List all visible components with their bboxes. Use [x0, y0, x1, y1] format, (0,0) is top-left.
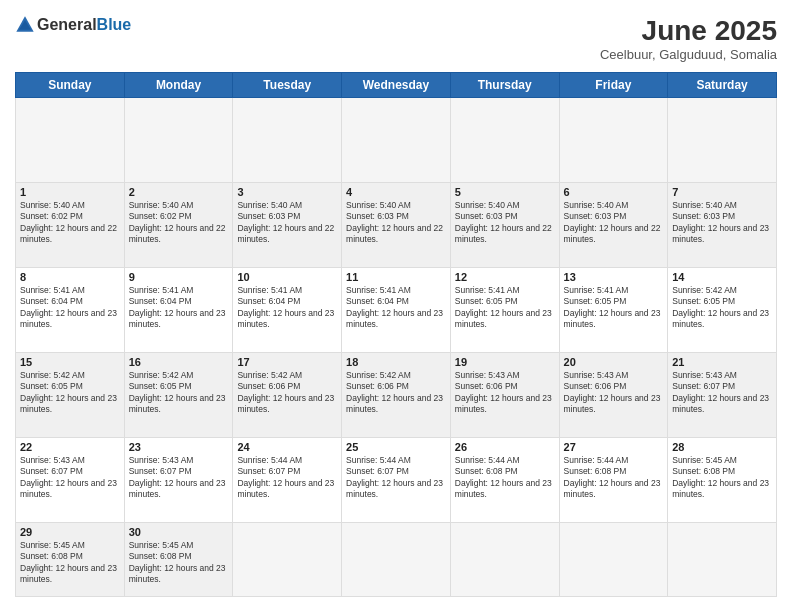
day-info: Sunrise: 5:41 AM Sunset: 6:04 PM Dayligh… — [20, 285, 120, 331]
day-number: 17 — [237, 356, 337, 368]
table-row: 4Sunrise: 5:40 AM Sunset: 6:03 PM Daylig… — [342, 182, 451, 267]
day-info: Sunrise: 5:40 AM Sunset: 6:03 PM Dayligh… — [564, 200, 664, 246]
table-row — [559, 522, 668, 596]
table-row: 11Sunrise: 5:41 AM Sunset: 6:04 PM Dayli… — [342, 267, 451, 352]
day-info: Sunrise: 5:42 AM Sunset: 6:05 PM Dayligh… — [672, 285, 772, 331]
day-info: Sunrise: 5:40 AM Sunset: 6:03 PM Dayligh… — [672, 200, 772, 246]
table-row: 16Sunrise: 5:42 AM Sunset: 6:05 PM Dayli… — [124, 352, 233, 437]
day-number: 27 — [564, 441, 664, 453]
table-row: 2Sunrise: 5:40 AM Sunset: 6:02 PM Daylig… — [124, 182, 233, 267]
day-info: Sunrise: 5:40 AM Sunset: 6:03 PM Dayligh… — [455, 200, 555, 246]
table-row: 7Sunrise: 5:40 AM Sunset: 6:03 PM Daylig… — [668, 182, 777, 267]
calendar-row: 1Sunrise: 5:40 AM Sunset: 6:02 PM Daylig… — [16, 182, 777, 267]
day-number: 25 — [346, 441, 446, 453]
calendar-row: 22Sunrise: 5:43 AM Sunset: 6:07 PM Dayli… — [16, 437, 777, 522]
day-info: Sunrise: 5:45 AM Sunset: 6:08 PM Dayligh… — [129, 540, 229, 586]
table-row: 22Sunrise: 5:43 AM Sunset: 6:07 PM Dayli… — [16, 437, 125, 522]
table-row — [342, 98, 451, 183]
table-row: 9Sunrise: 5:41 AM Sunset: 6:04 PM Daylig… — [124, 267, 233, 352]
day-info: Sunrise: 5:40 AM Sunset: 6:03 PM Dayligh… — [237, 200, 337, 246]
table-row: 13Sunrise: 5:41 AM Sunset: 6:05 PM Dayli… — [559, 267, 668, 352]
col-friday: Friday — [559, 73, 668, 98]
day-info: Sunrise: 5:45 AM Sunset: 6:08 PM Dayligh… — [672, 455, 772, 501]
day-number: 18 — [346, 356, 446, 368]
table-row — [124, 98, 233, 183]
day-info: Sunrise: 5:45 AM Sunset: 6:08 PM Dayligh… — [20, 540, 120, 586]
title-block: June 2025 Ceelbuur, Galguduud, Somalia — [600, 15, 777, 62]
day-number: 11 — [346, 271, 446, 283]
table-row — [233, 98, 342, 183]
table-row — [559, 98, 668, 183]
col-monday: Monday — [124, 73, 233, 98]
day-number: 16 — [129, 356, 229, 368]
table-row: 21Sunrise: 5:43 AM Sunset: 6:07 PM Dayli… — [668, 352, 777, 437]
table-row: 28Sunrise: 5:45 AM Sunset: 6:08 PM Dayli… — [668, 437, 777, 522]
month-year: June 2025 — [600, 15, 777, 47]
day-number: 4 — [346, 186, 446, 198]
table-row: 24Sunrise: 5:44 AM Sunset: 6:07 PM Dayli… — [233, 437, 342, 522]
day-info: Sunrise: 5:43 AM Sunset: 6:07 PM Dayligh… — [129, 455, 229, 501]
day-info: Sunrise: 5:42 AM Sunset: 6:05 PM Dayligh… — [20, 370, 120, 416]
table-row: 14Sunrise: 5:42 AM Sunset: 6:05 PM Dayli… — [668, 267, 777, 352]
table-row: 25Sunrise: 5:44 AM Sunset: 6:07 PM Dayli… — [342, 437, 451, 522]
col-tuesday: Tuesday — [233, 73, 342, 98]
day-number: 5 — [455, 186, 555, 198]
day-number: 10 — [237, 271, 337, 283]
calendar-row: 15Sunrise: 5:42 AM Sunset: 6:05 PM Dayli… — [16, 352, 777, 437]
logo-icon — [15, 15, 35, 35]
logo-blue: Blue — [97, 16, 132, 33]
day-info: Sunrise: 5:44 AM Sunset: 6:07 PM Dayligh… — [237, 455, 337, 501]
table-row: 17Sunrise: 5:42 AM Sunset: 6:06 PM Dayli… — [233, 352, 342, 437]
col-saturday: Saturday — [668, 73, 777, 98]
day-info: Sunrise: 5:43 AM Sunset: 6:07 PM Dayligh… — [20, 455, 120, 501]
day-info: Sunrise: 5:44 AM Sunset: 6:08 PM Dayligh… — [564, 455, 664, 501]
day-info: Sunrise: 5:41 AM Sunset: 6:04 PM Dayligh… — [346, 285, 446, 331]
table-row: 12Sunrise: 5:41 AM Sunset: 6:05 PM Dayli… — [450, 267, 559, 352]
day-number: 26 — [455, 441, 555, 453]
day-info: Sunrise: 5:43 AM Sunset: 6:06 PM Dayligh… — [564, 370, 664, 416]
day-info: Sunrise: 5:40 AM Sunset: 6:02 PM Dayligh… — [20, 200, 120, 246]
calendar-row: 29Sunrise: 5:45 AM Sunset: 6:08 PM Dayli… — [16, 522, 777, 596]
day-info: Sunrise: 5:40 AM Sunset: 6:02 PM Dayligh… — [129, 200, 229, 246]
table-row — [342, 522, 451, 596]
table-row — [233, 522, 342, 596]
calendar-header-row: Sunday Monday Tuesday Wednesday Thursday… — [16, 73, 777, 98]
table-row — [668, 98, 777, 183]
calendar-row — [16, 98, 777, 183]
day-number: 28 — [672, 441, 772, 453]
table-row: 1Sunrise: 5:40 AM Sunset: 6:02 PM Daylig… — [16, 182, 125, 267]
table-row: 30Sunrise: 5:45 AM Sunset: 6:08 PM Dayli… — [124, 522, 233, 596]
day-number: 24 — [237, 441, 337, 453]
location: Ceelbuur, Galguduud, Somalia — [600, 47, 777, 62]
col-thursday: Thursday — [450, 73, 559, 98]
day-number: 9 — [129, 271, 229, 283]
table-row: 8Sunrise: 5:41 AM Sunset: 6:04 PM Daylig… — [16, 267, 125, 352]
day-info: Sunrise: 5:44 AM Sunset: 6:07 PM Dayligh… — [346, 455, 446, 501]
day-info: Sunrise: 5:42 AM Sunset: 6:06 PM Dayligh… — [237, 370, 337, 416]
table-row: 6Sunrise: 5:40 AM Sunset: 6:03 PM Daylig… — [559, 182, 668, 267]
header: GeneralBlue June 2025 Ceelbuur, Galguduu… — [15, 15, 777, 62]
day-number: 29 — [20, 526, 120, 538]
day-number: 19 — [455, 356, 555, 368]
day-number: 20 — [564, 356, 664, 368]
table-row: 3Sunrise: 5:40 AM Sunset: 6:03 PM Daylig… — [233, 182, 342, 267]
day-info: Sunrise: 5:42 AM Sunset: 6:06 PM Dayligh… — [346, 370, 446, 416]
day-number: 1 — [20, 186, 120, 198]
table-row: 23Sunrise: 5:43 AM Sunset: 6:07 PM Dayli… — [124, 437, 233, 522]
table-row — [668, 522, 777, 596]
table-row: 27Sunrise: 5:44 AM Sunset: 6:08 PM Dayli… — [559, 437, 668, 522]
day-number: 12 — [455, 271, 555, 283]
day-number: 21 — [672, 356, 772, 368]
day-info: Sunrise: 5:44 AM Sunset: 6:08 PM Dayligh… — [455, 455, 555, 501]
day-number: 2 — [129, 186, 229, 198]
day-number: 22 — [20, 441, 120, 453]
day-number: 15 — [20, 356, 120, 368]
table-row: 18Sunrise: 5:42 AM Sunset: 6:06 PM Dayli… — [342, 352, 451, 437]
day-info: Sunrise: 5:43 AM Sunset: 6:06 PM Dayligh… — [455, 370, 555, 416]
day-number: 13 — [564, 271, 664, 283]
table-row: 20Sunrise: 5:43 AM Sunset: 6:06 PM Dayli… — [559, 352, 668, 437]
logo-text: GeneralBlue — [37, 16, 131, 34]
table-row: 15Sunrise: 5:42 AM Sunset: 6:05 PM Dayli… — [16, 352, 125, 437]
day-info: Sunrise: 5:40 AM Sunset: 6:03 PM Dayligh… — [346, 200, 446, 246]
logo: GeneralBlue — [15, 15, 131, 35]
